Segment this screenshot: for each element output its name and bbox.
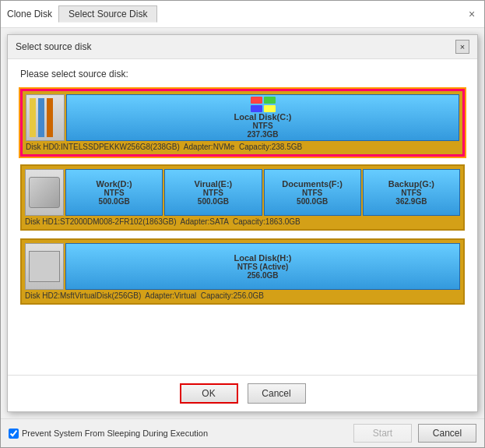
disk-1-p3-size: 362.9GB <box>395 197 427 206</box>
disk-0-stripes <box>30 98 61 137</box>
disk-1-p0-size: 500.0GB <box>99 197 130 206</box>
disk-1-thumb <box>25 169 64 216</box>
modal-title-bar: Select source disk × <box>8 35 477 59</box>
modal-title: Select source disk <box>16 41 91 52</box>
modal-footer: OK Cancel <box>8 375 477 411</box>
disk-0-p0-label: Local Disk(C:) <box>234 112 292 122</box>
source-disk-tab[interactable]: Select Source Disk <box>58 5 157 23</box>
disk-0-info: Disk HD0:INTELSSDPEKKW256G8(238GB) Adapt… <box>26 143 459 151</box>
modal-close-button[interactable]: × <box>455 40 469 54</box>
disk-2-container[interactable]: Local Disk(H:) NTFS (Active) 256.0GB Dis… <box>20 238 465 305</box>
disk-0-thumb <box>26 94 65 141</box>
disk-1-p1-size: 500.0GB <box>198 197 229 206</box>
disk-1-p3-label: Backup(G:) <box>388 179 434 189</box>
disk-1-info: Disk HD1:ST2000DM008-2FR102(1863GB) Adap… <box>25 217 460 226</box>
win-logo-blue-q <box>251 105 262 112</box>
stripe-orange <box>47 98 53 137</box>
footer-cancel-button[interactable]: Cancel <box>418 424 476 443</box>
instruction-text: Please select source disk: <box>20 69 465 79</box>
footer-buttons: Start Cancel <box>353 424 476 443</box>
win-logo-red <box>251 97 262 104</box>
stripe-blue <box>38 98 44 137</box>
window-title: Clone Disk <box>7 9 52 19</box>
disk-2-info: Disk HD2:MsftVirtualDisk(256GB) Adapter:… <box>25 291 460 300</box>
disk-1-partition-1: Virual(E:) NTFS 500.0GB <box>164 169 262 216</box>
stripe-yellow <box>30 98 36 137</box>
ok-button[interactable]: OK <box>180 383 238 404</box>
disk-1-hd-icon <box>29 177 60 208</box>
prevent-sleep-checkbox-label[interactable]: Prevent System From Sleeping During Exec… <box>9 429 208 439</box>
disk-2-thumb <box>25 243 64 290</box>
disk-1-p0-fs: NTFS <box>104 189 125 197</box>
disk-2-p0-size: 256.0GB <box>247 271 278 280</box>
disk-1-partition-2: Documents(F:) NTFS 500.0GB <box>264 169 361 216</box>
window-body: Select source disk × Please select sourc… <box>1 28 484 418</box>
disk-1-partition-0: Work(D:) NTFS 500.0GB <box>65 169 163 216</box>
win-logo-yellow <box>264 105 276 112</box>
window-footer: Prevent System From Sleeping During Exec… <box>1 418 484 447</box>
win-logo-green <box>264 97 276 104</box>
cancel-button[interactable]: Cancel <box>248 383 306 404</box>
disk-1-p1-label: Virual(E:) <box>195 179 233 189</box>
disk-1-container[interactable]: Work(D:) NTFS 500.0GB Virual(E:) NTFS 50… <box>20 164 465 231</box>
title-bar: Clone Disk Select Source Disk × <box>1 1 484 28</box>
disk-1-p3-fs: NTFS <box>401 189 421 197</box>
disk-0-partition-0: Local Disk(C:) NTFS 237.3GB <box>66 94 459 141</box>
disk-1-row: Work(D:) NTFS 500.0GB Virual(E:) NTFS 50… <box>25 169 460 216</box>
windows-logo-icon <box>251 97 276 112</box>
disk-0-container[interactable]: Local Disk(C:) NTFS 237.3GB Disk HD0:INT… <box>20 89 465 157</box>
disk-1-partition-3: Backup(G:) NTFS 362.9GB <box>363 169 460 216</box>
disk-1-p1-fs: NTFS <box>203 189 223 197</box>
disk-1-p2-fs: NTFS <box>302 189 322 197</box>
disk-1-p2-label: Documents(F:) <box>282 179 343 189</box>
disk-2-p0-label: Local Disk(H:) <box>234 253 292 263</box>
disk-0-p0-fs: NTFS <box>252 122 272 130</box>
disk-1-p0-label: Work(D:) <box>97 179 132 189</box>
prevent-sleep-label: Prevent System From Sleeping During Exec… <box>22 429 208 438</box>
disk-2-partition-0: Local Disk(H:) NTFS (Active) 256.0GB <box>65 243 460 290</box>
start-button[interactable]: Start <box>353 424 412 443</box>
modal-dialog: Select source disk × Please select sourc… <box>7 34 478 412</box>
window-close-button[interactable]: × <box>466 8 478 20</box>
disk-0-p0-size: 237.3GB <box>247 130 278 139</box>
disk-0-row: Local Disk(C:) NTFS 237.3GB <box>26 94 459 141</box>
disk-2-p0-fs: NTFS (Active) <box>237 263 289 271</box>
prevent-sleep-checkbox[interactable] <box>9 429 19 439</box>
modal-body: Please select source disk: <box>8 59 477 375</box>
disk-2-virtual-icon <box>29 251 60 282</box>
disk-2-row: Local Disk(H:) NTFS (Active) 256.0GB <box>25 243 460 290</box>
disk-1-p2-size: 500.0GB <box>297 197 328 206</box>
main-window: Clone Disk Select Source Disk × Select s… <box>0 0 485 448</box>
